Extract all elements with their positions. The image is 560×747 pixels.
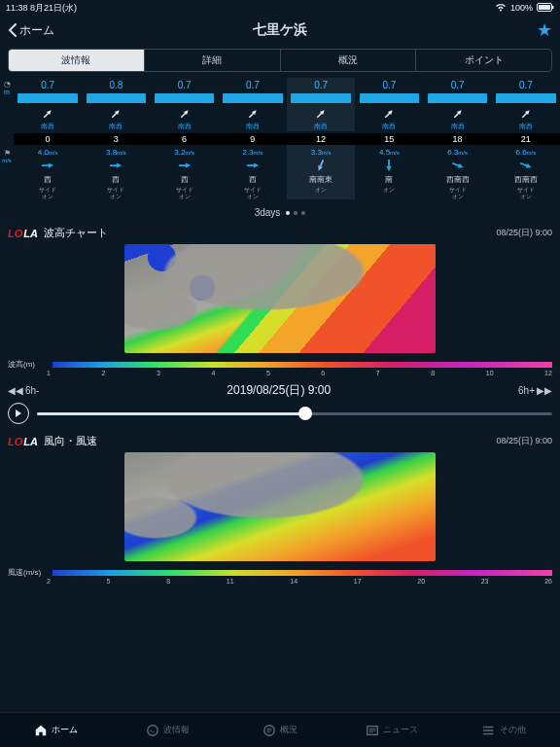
hour-label: 6 bbox=[151, 133, 219, 145]
segment-tabs: 波情報 詳細 概況 ポイント bbox=[8, 49, 552, 72]
wave-dir-arrow-icon bbox=[178, 107, 192, 121]
wave-height-value: 0.7 bbox=[519, 80, 533, 91]
hour-label: 21 bbox=[492, 133, 560, 145]
tick-label: 10 bbox=[486, 370, 494, 376]
tab-wave-info[interactable]: 波情報 bbox=[9, 50, 145, 71]
onshore-label: サイドオン bbox=[449, 187, 467, 199]
wind-dir-label: 西南西 bbox=[446, 174, 470, 185]
page-dot[interactable] bbox=[286, 211, 290, 215]
scrubber-time: 2019/08/25(日) 9:00 bbox=[39, 382, 518, 399]
battery-icon bbox=[537, 3, 554, 14]
tick-label: 23 bbox=[481, 578, 489, 585]
wind-speed-value: 3.3m/s bbox=[311, 148, 332, 157]
page-dot[interactable] bbox=[294, 211, 298, 215]
wind-dir-label: 西 bbox=[112, 174, 120, 185]
forecast-col[interactable]: 0.7南西 bbox=[219, 78, 287, 131]
onshore-label: オン bbox=[315, 187, 327, 194]
wave-bar bbox=[155, 93, 214, 103]
tab-more[interactable]: その他 bbox=[448, 713, 560, 747]
svg-point-7 bbox=[483, 729, 485, 731]
wave-bar bbox=[360, 93, 419, 103]
wave-height-map[interactable] bbox=[124, 244, 436, 353]
tick-label: 14 bbox=[290, 578, 298, 585]
wave-dir-arrow-icon bbox=[519, 107, 533, 121]
favorite-button[interactable]: ★ bbox=[537, 19, 552, 41]
play-button[interactable] bbox=[8, 403, 29, 424]
wind-dir-arrow-icon bbox=[451, 159, 465, 172]
scale-label: 風速(m/s) bbox=[8, 567, 47, 578]
tab-wave-info[interactable]: 波情報 bbox=[112, 713, 224, 747]
forecast-col[interactable]: 0.7南西 bbox=[287, 78, 355, 131]
tick-label: 5 bbox=[266, 370, 270, 376]
forecast-col[interactable]: 3.8m/s西サイドオン bbox=[82, 145, 150, 199]
pagination-label: 3days bbox=[255, 207, 281, 218]
tick-label: 3 bbox=[157, 370, 160, 376]
forecast-col[interactable]: 0.8南西 bbox=[82, 78, 150, 131]
slider-thumb[interactable] bbox=[298, 407, 312, 420]
tab-point[interactable]: ポイント bbox=[416, 50, 551, 71]
forecast-col[interactable]: 4.0m/s西サイドオン bbox=[14, 145, 82, 199]
back-label: ホーム bbox=[19, 22, 54, 39]
tick-label: 7 bbox=[376, 370, 380, 376]
wind-scale: 風速(m/s) bbox=[0, 563, 560, 578]
forecast-col[interactable]: 0.7南西 bbox=[14, 78, 82, 131]
tab-overview[interactable]: 概況 bbox=[281, 50, 417, 71]
wave-height-value: 0.7 bbox=[382, 80, 396, 91]
svg-point-3 bbox=[148, 725, 158, 735]
tab-home[interactable]: ホーム bbox=[0, 713, 112, 747]
lola-logo: LOLA bbox=[8, 436, 38, 447]
wave-height-value: 0.7 bbox=[178, 80, 192, 91]
tick-label: 8 bbox=[431, 370, 435, 376]
nav-bar: ホーム 七里ケ浜 ★ bbox=[0, 16, 560, 45]
svg-rect-2 bbox=[552, 6, 554, 9]
wave-dir-label: 南西 bbox=[41, 122, 54, 131]
forecast-pagination[interactable]: 3days bbox=[0, 203, 560, 222]
onshore-label: サイドオン bbox=[39, 187, 56, 199]
step-fwd-6h[interactable]: 6h+ ▶▶ bbox=[518, 385, 552, 396]
wave-bar bbox=[87, 93, 146, 103]
tab-overview[interactable]: 概況 bbox=[224, 713, 335, 747]
wind-dir-arrow-icon bbox=[382, 159, 396, 172]
forecast-col[interactable]: 6.3m/s西南西サイドオン bbox=[424, 145, 492, 199]
wave-bar bbox=[291, 93, 350, 103]
wave-dir-label: 南西 bbox=[382, 122, 396, 131]
wave-dir-label: 南西 bbox=[178, 122, 192, 131]
forecast-col[interactable]: 0.7南西 bbox=[492, 78, 560, 131]
forecast-col[interactable]: 0.7南西 bbox=[424, 78, 492, 131]
forecast-col[interactable]: 3.2m/s西サイドオン bbox=[151, 145, 219, 199]
back-button[interactable]: ホーム bbox=[8, 22, 54, 39]
forecast-col[interactable]: 2.3m/s西サイドオン bbox=[219, 145, 287, 199]
wind-speed-value: 2.3m/s bbox=[242, 148, 262, 157]
forecast-col[interactable]: 3.3m/s南南東オン bbox=[287, 145, 355, 199]
tick-label: 20 bbox=[417, 578, 425, 585]
tab-news[interactable]: ニュース bbox=[336, 713, 448, 747]
forecast-panel[interactable]: ◔ m 0.7南西0.8南西0.7南西0.7南西0.7南西0.7南西0.7南西0… bbox=[0, 76, 560, 203]
wind-speed-value: 6.3m/s bbox=[447, 148, 468, 157]
forecast-col[interactable]: 6.6m/s西南西サイドオン bbox=[492, 145, 560, 199]
time-slider[interactable] bbox=[37, 412, 552, 415]
wave-height-value: 0.7 bbox=[451, 80, 465, 91]
step-back-6h[interactable]: ◀◀ 6h- bbox=[8, 385, 39, 396]
status-bar: 11:38 8月21日(水) 100% bbox=[0, 0, 560, 16]
wave-dir-label: 南西 bbox=[451, 122, 465, 131]
forecast-col[interactable]: 0.7南西 bbox=[151, 78, 219, 131]
svg-rect-1 bbox=[539, 5, 550, 10]
page-dot[interactable] bbox=[301, 211, 305, 215]
hour-label: 18 bbox=[424, 133, 492, 145]
tab-detail[interactable]: 詳細 bbox=[145, 50, 281, 71]
wave-dir-arrow-icon bbox=[41, 107, 54, 121]
wave-dir-arrow-icon bbox=[314, 107, 328, 121]
wave-height-value: 0.8 bbox=[109, 80, 122, 91]
wifi-icon bbox=[495, 3, 507, 14]
status-time: 11:38 bbox=[6, 3, 28, 13]
forecast-col[interactable]: 4.5m/s南オン bbox=[355, 145, 423, 199]
wind-dir-label: 西南西 bbox=[514, 174, 538, 185]
hour-label: 12 bbox=[287, 133, 355, 145]
wave-dir-arrow-icon bbox=[109, 107, 122, 121]
wind-map[interactable] bbox=[124, 452, 436, 561]
section-title: 波高チャート bbox=[44, 226, 108, 240]
wave-bar bbox=[18, 93, 77, 103]
forecast-col[interactable]: 0.7南西 bbox=[355, 78, 423, 131]
wind-dir-arrow-icon bbox=[314, 159, 328, 172]
wind-dir-label: 南 bbox=[385, 174, 393, 185]
